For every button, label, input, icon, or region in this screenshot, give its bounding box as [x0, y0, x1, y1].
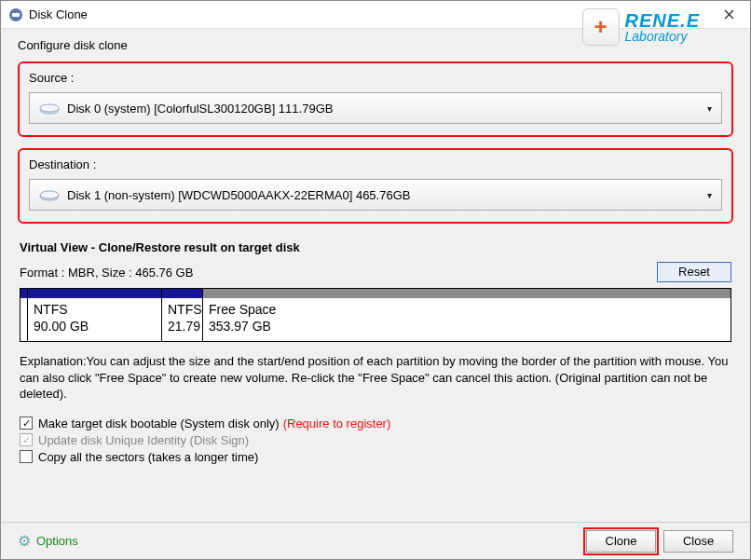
partition-label: NTFS — [34, 302, 156, 319]
checkbox-icon — [20, 450, 33, 463]
source-label: Source : — [29, 71, 722, 85]
virtual-view-title: Virtual View - Clone/Restore result on t… — [20, 240, 733, 254]
checkbox-unique-id: ✓ Update disk Unique Identity (Disk Sign… — [20, 433, 731, 447]
destination-label: Destination : — [29, 157, 722, 171]
checkbox-label: Copy all the sectors (takes a longer tim… — [38, 450, 258, 464]
svg-rect-1 — [12, 13, 20, 17]
checkbox-icon: ✓ — [20, 433, 33, 446]
clone-button[interactable]: Clone — [586, 530, 656, 553]
chevron-down-icon: ▾ — [707, 103, 712, 114]
format-row: Format : MBR, Size : 465.76 GB Reset — [20, 262, 731, 282]
checkbox-icon: ✓ — [20, 417, 33, 430]
partition-reserved[interactable] — [20, 289, 28, 341]
svg-point-3 — [40, 104, 59, 112]
partition-size: 90.00 GB — [34, 319, 156, 335]
brand-icon: + — [582, 8, 620, 46]
partition-free-space[interactable]: Free Space 353.97 GB — [203, 289, 731, 341]
destination-disk-dropdown[interactable]: Disk 1 (non-system) [WDCWD5000AAKX-22ERM… — [29, 179, 722, 211]
disk-icon — [39, 102, 60, 115]
reset-button[interactable]: Reset — [657, 262, 731, 282]
partition-size: 353.97 GB — [209, 319, 725, 335]
checkbox-label: Update disk Unique Identity (Disk Sign) — [38, 433, 249, 447]
svg-point-5 — [40, 191, 59, 198]
partition-ntfs-2[interactable]: NTFS 21.79 GB — [162, 289, 203, 341]
source-disk-dropdown[interactable]: Disk 0 (system) [ColorfulSL300120GB] 111… — [29, 92, 722, 124]
destination-group: Destination : Disk 1 (non-system) [WDCWD… — [18, 148, 733, 224]
partition-label: Free Space — [209, 302, 725, 319]
explanation-text: Explanation:You can adjust the size and … — [20, 353, 731, 403]
content-area: Configure disk clone Source : Disk 0 (sy… — [1, 29, 750, 522]
brand-logo: + RENE.E Laboratory — [582, 8, 700, 46]
window: Disk Clone + RENE.E Laboratory Configure… — [0, 0, 751, 560]
require-register: (Require to register) — [283, 417, 391, 430]
brand-sub: Laboratory — [625, 30, 700, 43]
window-title: Disk Clone — [29, 7, 88, 21]
partition-view[interactable]: NTFS 90.00 GB NTFS 21.79 GB Free Space 3… — [20, 288, 731, 342]
close-button[interactable]: Close — [663, 530, 733, 553]
format-text: Format : MBR, Size : 465.76 GB — [20, 266, 193, 280]
app-icon — [8, 7, 23, 22]
checkbox-bootable[interactable]: ✓ Make target disk bootable (System disk… — [20, 417, 731, 430]
disk-icon — [39, 188, 60, 201]
destination-selected: Disk 1 (non-system) [WDCWD5000AAKX-22ERM… — [67, 188, 410, 202]
partition-label: NTFS — [168, 302, 197, 319]
brand-name: RENE.E — [625, 11, 700, 30]
footer: ⚙ Options Clone Close — [1, 522, 750, 559]
gear-icon: ⚙ — [18, 532, 31, 550]
options-link[interactable]: ⚙ Options — [18, 532, 78, 550]
checkbox-label: Make target disk bootable (System disk o… — [38, 417, 280, 430]
checkbox-all-sectors[interactable]: Copy all the sectors (takes a longer tim… — [20, 450, 731, 464]
close-window-button[interactable] — [708, 1, 750, 29]
partition-size: 21.79 GB — [168, 319, 197, 335]
chevron-down-icon: ▾ — [707, 190, 712, 200]
checkbox-group: ✓ Make target disk bootable (System disk… — [20, 414, 731, 467]
source-group: Source : Disk 0 (system) [ColorfulSL3001… — [18, 61, 733, 137]
partition-ntfs-1[interactable]: NTFS 90.00 GB — [28, 289, 162, 341]
source-selected: Disk 0 (system) [ColorfulSL300120GB] 111… — [67, 102, 333, 116]
